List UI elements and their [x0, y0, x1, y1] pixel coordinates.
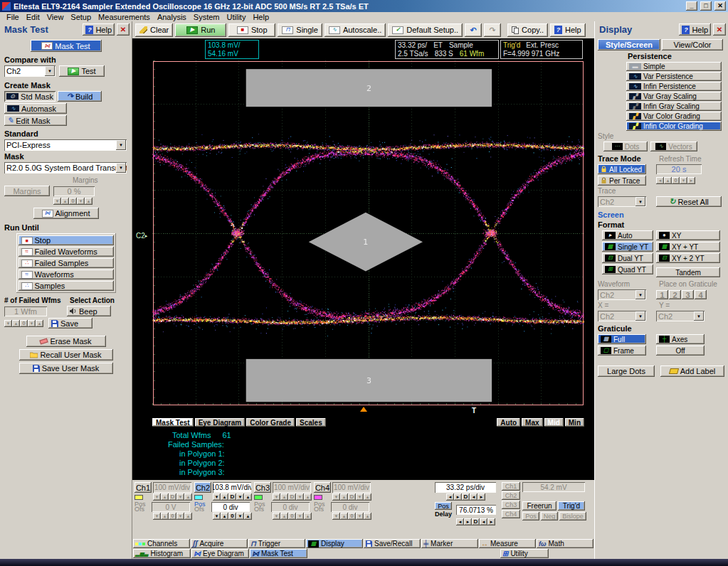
spin-up-button[interactable]: ▲	[340, 513, 348, 520]
persistence-simple[interactable]: ▬ Simple	[626, 62, 722, 71]
spin-up-button[interactable]: ▲	[85, 198, 93, 205]
trigger-source-ch3[interactable]: Ch3	[502, 501, 520, 509]
mask-dropdown[interactable]: R2.0 5.0G System Board Transmitter ▼	[4, 162, 127, 173]
spin-left-button[interactable]: ◄	[480, 518, 487, 525]
spin-down-button[interactable]: ▼	[213, 493, 221, 501]
spin-up-button[interactable]: ▲	[221, 493, 228, 501]
fine-button[interactable]: D	[169, 493, 176, 501]
spin-down-button[interactable]: ▼	[296, 493, 304, 501]
menu-edit[interactable]: Edit	[23, 13, 43, 21]
spin-down-button[interactable]: ▼	[273, 513, 280, 520]
format-quad-yt[interactable]: ⊞ Quad YT	[602, 265, 653, 274]
close-button[interactable]: ✕	[714, 1, 726, 11]
standard-dropdown[interactable]: PCI-Express ▼	[4, 139, 127, 151]
menu-analysis[interactable]: Analysis	[154, 13, 190, 21]
tab-color-grade[interactable]: Color Grade	[246, 418, 295, 427]
tab-eye-diagram[interactable]: Eye Diagram	[195, 418, 246, 427]
tab-mask-test-setup[interactable]: ⋈ Mask Test	[250, 549, 307, 558]
fine-button[interactable]: D	[288, 493, 296, 501]
edit-mask-button[interactable]: ✎ Edit Mask	[4, 115, 67, 126]
run-until-failed-waveforms[interactable]: ≈ Failed Waveforms	[19, 247, 114, 257]
place-3-button[interactable]: 3	[682, 290, 694, 299]
ch4-button[interactable]: Ch4	[314, 482, 331, 493]
place-2-button[interactable]: 2	[669, 290, 681, 299]
menu-view[interactable]: View	[43, 13, 68, 21]
spin-down-button[interactable]: ▼	[356, 513, 364, 520]
graticule-frame-button[interactable]: ▢ Frame	[598, 346, 646, 356]
menu-utility[interactable]: Utility	[223, 13, 250, 21]
tab-mask-test[interactable]: Mask Test	[152, 418, 194, 427]
tab-trigger[interactable]: ⊓ Trigger	[248, 539, 305, 548]
format-dual-yt[interactable]: ⊟ Dual YT	[602, 253, 653, 263]
save-action-button[interactable]: Save	[48, 318, 93, 329]
spin-up-button[interactable]: ▲	[184, 513, 192, 520]
save-user-mask-button[interactable]: Save User Mask	[19, 363, 113, 374]
spin-up-button[interactable]: ▲	[161, 493, 169, 501]
chevron-down-icon[interactable]: ▼	[45, 66, 55, 76]
recall-user-mask-button[interactable]: Recall User Mask	[19, 349, 113, 361]
tab-acquire[interactable]: ʃʃ Acquire	[191, 539, 248, 548]
tab-view-color[interactable]: View/Color	[662, 39, 723, 50]
spin-zero-button[interactable]: 0	[169, 513, 176, 520]
tab-histogram[interactable]: ▂▅▃ Histogram	[133, 549, 191, 558]
spin-zero-button[interactable]: 0	[348, 513, 356, 520]
tandem-button[interactable]: Tandem	[656, 267, 720, 277]
spin-down-button[interactable]: ▼	[273, 493, 280, 501]
persistence-var[interactable]: ∿ Var Persistence	[626, 72, 722, 81]
spin-up-button[interactable]: ▲	[280, 513, 288, 520]
fine-button[interactable]: D	[462, 493, 470, 501]
view-min-button[interactable]: Min	[565, 418, 584, 427]
spin-zero-button[interactable]: 0	[20, 320, 28, 327]
place-1-button[interactable]: 1	[656, 290, 668, 299]
beep-button[interactable]: Beep	[67, 306, 111, 316]
spin-zero-button[interactable]: 0	[288, 513, 296, 520]
menu-help[interactable]: Help	[249, 13, 273, 21]
spin-down-button[interactable]: ▼	[296, 513, 304, 520]
reset-all-button[interactable]: ↻ Reset All	[656, 196, 722, 207]
spin-down-button[interactable]: ▼	[153, 513, 161, 520]
spin-up-button[interactable]: ▲	[664, 177, 672, 184]
spin-left-button[interactable]: ◄	[456, 518, 464, 525]
automask-button[interactable]: ∿ Automask	[4, 103, 67, 114]
spin-up-button[interactable]: ▲	[340, 493, 348, 501]
spin-up-button[interactable]: ▲	[161, 513, 169, 520]
run-until-waveforms[interactable]: ≈ Waveforms	[19, 269, 114, 279]
place-4-button[interactable]: 4	[695, 290, 707, 299]
spin-up-button[interactable]: ▲	[280, 493, 288, 501]
format-xy[interactable]: ● XY	[656, 230, 720, 240]
redo-button[interactable]: ↷	[484, 23, 501, 37]
ch1-button[interactable]: Ch1	[134, 482, 152, 493]
default-setup-button[interactable]: ✓ Default Setup..	[388, 23, 463, 37]
persistence-var-color[interactable]: ▞ Var Color Grading	[626, 112, 722, 121]
tab-eye-diagram-setup[interactable]: ⋈ Eye Diagram	[191, 549, 249, 558]
spin-down-button[interactable]: ▼	[356, 493, 364, 501]
undo-button[interactable]: ↶	[465, 23, 482, 37]
spin-left-button[interactable]: ◄	[470, 493, 478, 501]
view-mid-button[interactable]: Mid	[544, 418, 564, 427]
spin-up-button[interactable]: ▲	[364, 513, 371, 520]
spin-right-button[interactable]: ►	[478, 493, 485, 501]
mask-test-toggle[interactable]: ⋈ Mask Test	[31, 40, 102, 52]
chevron-down-icon[interactable]: ▼	[635, 311, 645, 321]
spin-up-button[interactable]: ▲	[12, 320, 20, 327]
spin-down-button[interactable]: ▼	[28, 320, 36, 327]
fine-button[interactable]: D	[228, 493, 236, 501]
display-help-button[interactable]: ? Help	[679, 23, 711, 36]
margins-button[interactable]: Margins	[4, 186, 50, 196]
tab-display[interactable]: ▦ Display	[306, 539, 363, 548]
clear-button[interactable]: Clear	[135, 23, 173, 37]
slope-pos-button[interactable]: Pos	[522, 512, 539, 520]
mask-test-help-button[interactable]: ? Help	[83, 23, 115, 36]
stop-button[interactable]: ■ Stop	[228, 23, 275, 37]
compare-source-dropdown[interactable]: Ch2 ▼	[4, 65, 56, 77]
spin-right-button[interactable]: ►	[454, 493, 462, 501]
spin-up-button[interactable]: ▲	[221, 513, 228, 520]
run-until-failed-samples[interactable]: ∴ Failed Samples	[19, 258, 114, 268]
std-mask-button[interactable]: ⊙ Std Mask	[4, 91, 56, 102]
spin-left-button[interactable]: ◄	[656, 177, 664, 184]
spin-up-button[interactable]: ▲	[304, 513, 312, 520]
spin-up-button[interactable]: ▲	[244, 513, 252, 520]
trigger-source-ch4[interactable]: Ch4	[502, 510, 520, 518]
spin-up-button[interactable]: ▲	[364, 493, 371, 501]
tab-save-recall[interactable]: Save/Recall	[364, 539, 421, 548]
